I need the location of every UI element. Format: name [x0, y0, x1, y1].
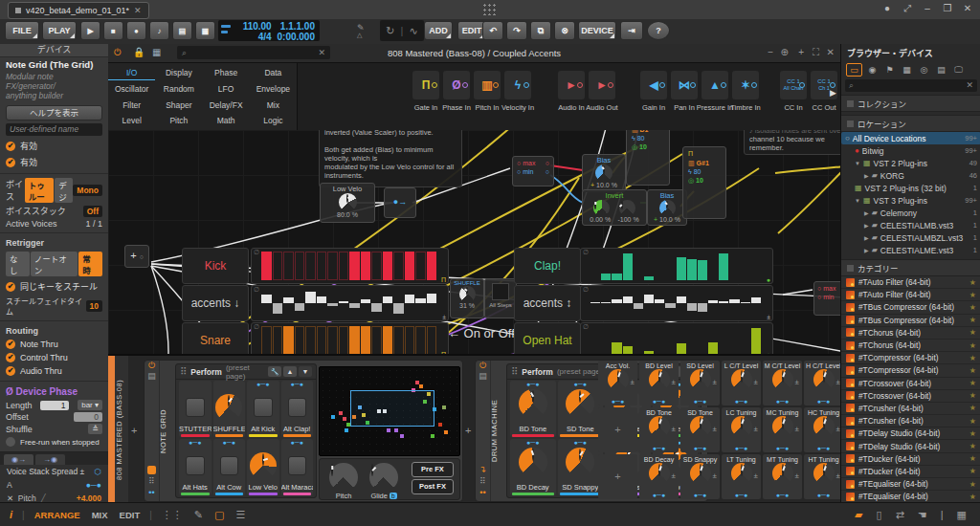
loop-icon[interactable]: ↻ [386, 25, 394, 37]
favorite-star-icon[interactable]: ★ [969, 404, 976, 412]
info-icon[interactable]: i [10, 509, 12, 520]
step[interactable] [698, 326, 707, 354]
mapping-empty-cell[interactable]: + [598, 407, 637, 452]
device-menu-button[interactable]: DEVICE [578, 21, 616, 40]
modulator-tabs[interactable]: ◉→→◉ [0, 452, 108, 465]
step[interactable] [665, 252, 675, 280]
collections-section-header[interactable]: コレクション [841, 95, 980, 112]
mapping-knob-bdtone[interactable]: BD Tone±●─● [639, 407, 679, 452]
display-profile-button[interactable]: ▦ [195, 21, 215, 40]
category-shaper[interactable]: Shaper [155, 99, 202, 112]
category-oscillator[interactable]: Oscillator [108, 82, 155, 96]
view-tab-mix[interactable]: MIX [92, 510, 108, 520]
step[interactable] [405, 252, 415, 280]
step[interactable] [339, 289, 349, 318]
seq-row-bipolar-module[interactable]: ∅± [251, 285, 449, 321]
plugin-row[interactable]: #TCrossover (64-bit)★ [841, 390, 980, 403]
step[interactable] [295, 252, 305, 280]
remote-button[interactable] [186, 456, 205, 475]
route-control-thru-checkbox[interactable]: ✔Control Thru [0, 351, 108, 364]
categories-section-header[interactable]: カテゴリー [841, 259, 980, 276]
record-button[interactable]: ● [126, 21, 146, 40]
favorite-star-icon[interactable]: ★ [969, 303, 976, 312]
step[interactable] [751, 326, 761, 354]
low-velo-knob-module[interactable]: Low Velo80.0 % [320, 183, 375, 223]
device-power-icon[interactable]: ⏻ [145, 361, 159, 371]
step[interactable] [305, 252, 316, 280]
step[interactable] [361, 252, 371, 280]
remote-cell-sdsnappy[interactable]: ●─●SD Snappy [558, 439, 604, 495]
redo-button[interactable]: ↷ [506, 21, 527, 40]
category-envelope[interactable]: Envelope [250, 82, 297, 96]
plugin-row[interactable]: #TEqualiser (64-bit)★ [841, 478, 980, 491]
step[interactable] [644, 252, 654, 280]
zoom-out-icon[interactable]: − [768, 47, 773, 57]
file-menu-button[interactable]: FILE [5, 21, 39, 40]
favorite-star-icon[interactable]: ★ [969, 354, 976, 362]
expand-arrow-icon[interactable]: ▶ [864, 222, 869, 229]
mapping-knob-accvol[interactable]: Acc Vol.±●─● [598, 361, 637, 405]
nested-chain-icon[interactable]: ↴ [476, 465, 490, 474]
step[interactable] [741, 252, 750, 280]
shuffle-button[interactable]: ≙ [88, 424, 102, 434]
remote-cell-altkick[interactable]: ●─●Alt Kick [247, 381, 279, 437]
location-celestialmbzl-vst3[interactable]: ▶▰CELESTIALMBZL.vst31 [841, 231, 980, 244]
step[interactable] [708, 252, 718, 280]
add-device-before-button[interactable]: + [131, 425, 137, 436]
step[interactable] [361, 289, 371, 318]
palette-module-pan-in[interactable]: ⋈ [671, 71, 698, 99]
remote-cell-bdtone[interactable]: ●─●BD Tone [510, 381, 556, 437]
favorite-star-icon[interactable]: ★ [969, 391, 976, 400]
stepper[interactable]: ± [672, 425, 676, 433]
stepper[interactable]: ± [672, 471, 676, 480]
seq-row-label-accents[interactable]: accents ↕ [514, 285, 581, 321]
play-button[interactable]: ▶ [80, 21, 100, 40]
mapping-knob-bdlevel[interactable]: BD Level±●─● [639, 361, 679, 405]
category-delayfx[interactable]: Delay/FX [203, 99, 250, 112]
category-display[interactable]: Display [155, 66, 202, 80]
minimize-icon[interactable]: – [919, 3, 936, 13]
project-tab[interactable]: v420_beta4_demo_01_01* ✕ [8, 2, 149, 19]
step[interactable] [415, 326, 426, 354]
plugin-row[interactable]: #TDucker (64-bit)★ [841, 466, 980, 478]
mapping-knob-httuning[interactable]: HT Tuning±●─● [804, 454, 843, 499]
remote-cell-bddecay[interactable]: ●─●BD Decay [510, 439, 556, 495]
close-icon[interactable]: ✕ [959, 3, 976, 13]
grid-minimap[interactable] [319, 366, 460, 456]
preset-folder-icon[interactable]: ▤ [476, 371, 490, 381]
expand-arrow-icon[interactable]: ▶ [864, 209, 869, 216]
step[interactable] [405, 326, 415, 354]
merge-plus-module[interactable]: + ○ [124, 245, 149, 268]
step[interactable] [612, 289, 621, 318]
locations-section-header[interactable]: ロケーション [841, 115, 980, 132]
device-name-vertical[interactable]: NOTE GRID [159, 361, 172, 501]
automation-follow-icon[interactable]: ∿ [410, 25, 418, 37]
seq-row-label-kick[interactable]: Kick [182, 248, 249, 284]
devices-filter-icon[interactable]: ▭ [846, 63, 862, 77]
palette-module-gain-in[interactable]: ◀ [640, 71, 667, 99]
step[interactable] [339, 252, 349, 280]
remote-page-title[interactable]: Perform [522, 367, 553, 377]
step[interactable] [698, 289, 707, 318]
view-tab-edit[interactable]: EDIT [120, 510, 141, 520]
seq-row-label-accents[interactable]: accents ↓ [182, 285, 249, 321]
route-audio-thru-checkbox[interactable]: ✔Audio Thru [0, 364, 108, 378]
seq-row-label-snare[interactable]: Snare [182, 322, 249, 354]
category-level[interactable]: Level [108, 114, 155, 127]
music-filter-icon[interactable]: 🖵 [951, 64, 966, 76]
step[interactable] [677, 252, 686, 280]
mapping-icon[interactable]: ⠿ [145, 476, 159, 486]
merge-module[interactable]: ●→ [384, 187, 416, 218]
favorite-star-icon[interactable]: ★ [969, 480, 976, 489]
step[interactable] [383, 252, 393, 280]
step[interactable] [327, 289, 338, 318]
minmax-module[interactable]: ○ max ○○ min ○ [512, 156, 554, 186]
modulator-source-row[interactable]: A●─● [0, 478, 108, 492]
view-tab-arrange[interactable]: ARRANGE [34, 510, 80, 520]
groove-button[interactable]: ♪ [149, 21, 169, 40]
palette-module-audio-in[interactable]: ► [558, 71, 585, 99]
browser-search-input[interactable]: ⌕ ✕ [845, 79, 977, 92]
plugin-row[interactable]: #TAuto Filter (64-bit)★ [841, 289, 980, 301]
step[interactable] [349, 252, 360, 280]
plugin-row[interactable]: #TBus Compressor (64-bit)★ [841, 301, 980, 314]
